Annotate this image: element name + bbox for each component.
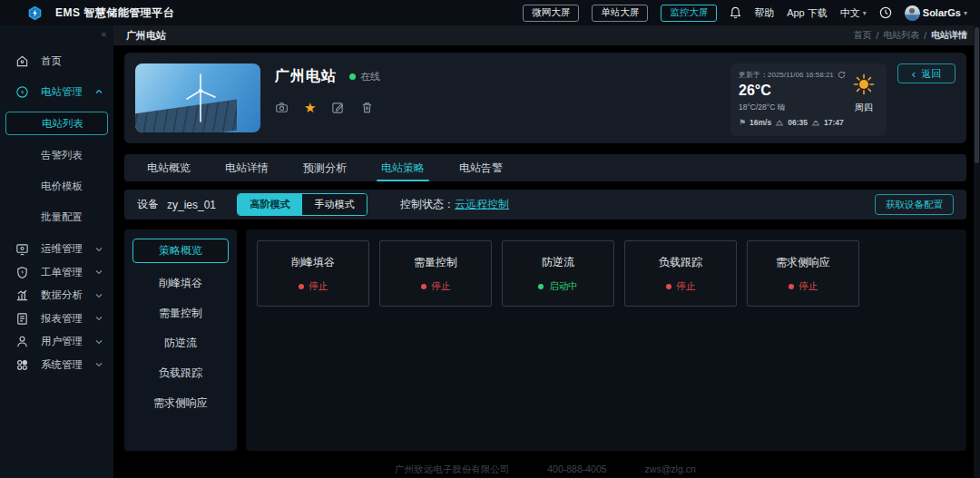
sidebar-item-report-mgmt[interactable]: 报表管理 [0, 307, 113, 331]
delete-icon[interactable] [360, 101, 374, 114]
wind-flag-icon: ⚑ [739, 118, 746, 127]
sidebar-nav: 首页 电站管理 电站列表 告警列表 电价模板 批量配置 运维管理 工单管理 [0, 25, 113, 376]
micro-grid-screen-button[interactable]: 微网大屏 [523, 5, 579, 22]
strategy-cards-area: 削峰填谷 停止 需量控制 停止 防逆流 [246, 229, 966, 451]
sunset-time: 17:47 [824, 118, 844, 127]
sidebar-item-label: 工单管理 [41, 266, 83, 279]
control-status-link[interactable]: 云远程控制 [455, 197, 509, 212]
language-selector[interactable]: 中文 ▾ [840, 6, 867, 20]
sidebar-item-work-order-mgmt[interactable]: 工单管理 [0, 261, 113, 285]
chevron-down-icon [95, 339, 103, 345]
sidebar-item-ops-mgmt[interactable]: 运维管理 [0, 238, 113, 261]
camera-icon[interactable] [275, 101, 289, 114]
sidebar-item-label: 数据分析 [41, 288, 83, 302]
sidebar-item-user-mgmt[interactable]: 用户管理 [0, 330, 113, 354]
device-bar: 设备 zy_ies_01 高阶模式 手动模式 控制状态： 云远程控制 获取设备配… [124, 190, 966, 219]
status-badge: 停止 [666, 280, 696, 293]
sidebar-item-batch-config[interactable]: 批量配置 [0, 201, 113, 232]
breadcrumb-bar: 广州电站 首页 / 电站列表 / 电站详情 [113, 25, 980, 45]
strategy-card-demand-response[interactable]: 需求侧响应 停止 [747, 240, 859, 307]
chevron-up-icon [95, 89, 103, 94]
menu-anti-backflow[interactable]: 防逆流 [124, 328, 237, 358]
station-actions: ★ [275, 101, 380, 114]
sidebar-item-home[interactable]: 首页 [0, 45, 113, 76]
refresh-icon[interactable] [838, 71, 846, 79]
menu-demand-control[interactable]: 需量控制 [124, 298, 237, 328]
sidebar-item-system-mgmt[interactable]: 系统管理 [0, 354, 113, 377]
strategy-card-demand-control[interactable]: 需量控制 停止 [379, 240, 492, 307]
footer-company: 广州致远电子股份有限公司 [395, 463, 509, 476]
page-title: 广州电站 [126, 29, 166, 43]
breadcrumb-station-list[interactable]: 电站列表 [883, 29, 919, 42]
fetch-device-config-button[interactable]: 获取设备配置 [875, 194, 954, 215]
station-status-label: 在线 [360, 70, 380, 83]
strategy-card-peak-shaving[interactable]: 削峰填谷 停止 [257, 240, 369, 307]
chevron-down-icon [95, 269, 103, 275]
breadcrumb: 首页 / 电站列表 / 电站详情 [853, 29, 967, 42]
tab-station-overview[interactable]: 电站概览 [130, 154, 208, 181]
scrollbar-thumb[interactable] [975, 27, 979, 163]
strategy-card-anti-backflow[interactable]: 防逆流 启动中 [502, 240, 614, 307]
sidebar: « 首页 电站管理 电站列表 告警列表 电价模板 批量配置 运维管理 [0, 25, 113, 478]
topbar-actions: 微网大屏 单站大屏 监控大屏 帮助 App 下载 中文 ▾ SolarGs ▾ [523, 5, 967, 22]
clock-icon[interactable] [879, 6, 892, 19]
tab-forecast-analysis[interactable]: 预测分析 [286, 154, 364, 181]
sidebar-item-label: 用户管理 [41, 335, 83, 348]
strategy-card-load-tracking[interactable]: 负载跟踪 停止 [624, 240, 737, 307]
menu-load-tracking[interactable]: 负载跟踪 [124, 358, 237, 388]
footer-email: zws@zlg.cn [645, 463, 696, 476]
grid-icon [15, 358, 29, 372]
chevron-down-icon [95, 293, 103, 298]
sunrise-time: 06:35 [788, 118, 808, 127]
bell-icon[interactable] [730, 6, 741, 19]
menu-demand-response[interactable]: 需求侧响应 [124, 388, 237, 418]
edit-icon[interactable] [331, 101, 345, 114]
sidebar-item-station-mgmt[interactable]: 电站管理 [0, 76, 113, 107]
sidebar-item-price-template[interactable]: 电价模板 [0, 171, 113, 201]
strategy-cards: 削峰填谷 停止 需量控制 停止 防逆流 [257, 240, 956, 307]
tab-station-detail[interactable]: 电站详情 [208, 154, 286, 181]
advanced-mode-button[interactable]: 高阶模式 [238, 194, 302, 215]
chevron-down-icon: ▾ [863, 9, 867, 17]
menu-strategy-overview[interactable]: 策略概览 [132, 239, 229, 263]
chevron-down-icon [95, 362, 103, 367]
favorite-star-icon[interactable]: ★ [304, 101, 316, 114]
username: SolarGs [923, 7, 961, 18]
app-logo-icon [27, 5, 43, 21]
user-menu[interactable]: SolarGs ▾ [905, 5, 967, 21]
online-dot-icon [349, 73, 356, 80]
sidebar-item-data-analysis[interactable]: 数据分析 [0, 284, 113, 307]
sunset-icon [811, 119, 820, 126]
chevron-down-icon: ▾ [964, 9, 967, 17]
weather-panel: 更新于：2025/11/06 16:58:21 26°C 18°C/28°C 晴… [730, 63, 887, 136]
status-dot-icon [666, 284, 671, 289]
app-title: EMS 智慧储能管理平台 [55, 5, 174, 21]
scrollbar-track[interactable] [974, 25, 980, 478]
menu-peak-shaving[interactable]: 削峰填谷 [124, 268, 237, 298]
language-label: 中文 [840, 6, 860, 20]
main-area: 广州电站 首页 / 电站列表 / 电站详情 [113, 25, 980, 478]
breadcrumb-home[interactable]: 首页 [853, 29, 871, 42]
control-status-label: 控制状态： [400, 197, 455, 212]
app-download-link[interactable]: App 下载 [787, 6, 828, 20]
sidebar-item-alarm-list[interactable]: 告警列表 [0, 140, 113, 171]
back-button[interactable]: ‹ 返回 [897, 63, 956, 83]
strategy-section: 策略概览 削峰填谷 需量控制 防逆流 负载跟踪 需求侧响应 削峰填谷 停止 [124, 229, 966, 451]
monitor-screen-button[interactable]: 监控大屏 [661, 5, 717, 22]
manual-mode-button[interactable]: 手动模式 [302, 194, 367, 215]
sidebar-item-station-list[interactable]: 电站列表 [5, 112, 108, 135]
tab-station-alarm[interactable]: 电站告警 [442, 154, 520, 181]
station-photo[interactable] [135, 63, 260, 132]
sidebar-item-label: 电站管理 [41, 85, 83, 99]
status-dot-icon [421, 284, 426, 289]
collapse-sidebar-button[interactable]: « [101, 29, 106, 39]
status-badge: 停止 [789, 280, 818, 293]
document-icon [15, 312, 29, 326]
back-chevron-icon: ‹ [912, 69, 916, 79]
tab-station-strategy[interactable]: 电站策略 [364, 154, 442, 181]
chevron-down-icon [95, 316, 103, 321]
station-tabs: 电站概览 电站详情 预测分析 电站策略 电站告警 [124, 154, 966, 181]
help-link[interactable]: 帮助 [754, 6, 774, 20]
single-station-screen-button[interactable]: 单站大屏 [592, 5, 648, 22]
station-icon [15, 85, 29, 99]
